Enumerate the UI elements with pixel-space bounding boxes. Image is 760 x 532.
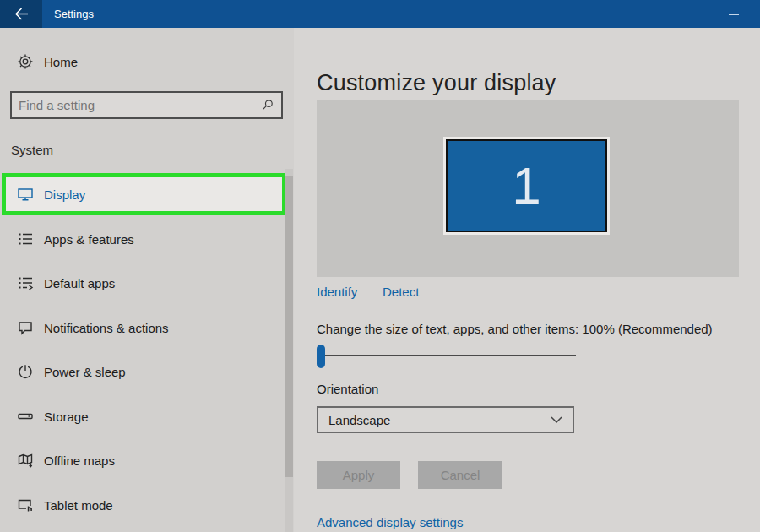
window-title: Settings xyxy=(54,0,94,28)
monitor-1-preview[interactable]: 1 xyxy=(446,139,607,232)
chat-bubble-icon xyxy=(17,319,34,336)
monitor-number: 1 xyxy=(512,160,540,212)
storage-drive-icon xyxy=(17,408,34,425)
settings-window: Settings Home xyxy=(0,0,760,532)
orientation-dropdown[interactable]: Landscape xyxy=(317,406,574,433)
titlebar: Settings xyxy=(0,0,760,28)
arrow-left-icon xyxy=(14,8,29,20)
sidebar-item-power-sleep[interactable]: Power & sleep xyxy=(0,350,285,393)
sidebar-scrollbar-thumb[interactable] xyxy=(285,176,293,477)
sidebar-item-label: Default apps xyxy=(44,276,115,290)
default-apps-icon xyxy=(17,274,34,291)
sidebar: Home System Display xyxy=(0,28,294,532)
search-icon[interactable] xyxy=(259,98,274,113)
sidebar-item-notifications[interactable]: Notifications & actions xyxy=(0,307,285,349)
sidebar-item-storage[interactable]: Storage xyxy=(0,395,285,437)
scale-slider-thumb[interactable] xyxy=(317,345,325,368)
orientation-label: Orientation xyxy=(317,382,378,396)
sidebar-item-label: Offline maps xyxy=(44,453,115,468)
sidebar-item-offline-maps[interactable]: Offline maps xyxy=(0,439,285,481)
sidebar-item-label: Power & sleep xyxy=(44,365,126,379)
power-icon xyxy=(17,363,34,380)
sidebar-item-label: Notifications & actions xyxy=(44,321,169,335)
detect-link[interactable]: Detect xyxy=(383,285,419,299)
system-section-label: System xyxy=(11,143,53,157)
orientation-selected-value: Landscape xyxy=(328,413,551,427)
advanced-display-settings-link[interactable]: Advanced display settings xyxy=(317,515,463,529)
chevron-down-icon xyxy=(551,416,562,423)
sidebar-item-label: Storage xyxy=(44,410,89,424)
scale-slider-track[interactable] xyxy=(317,355,576,356)
identify-link[interactable]: Identify xyxy=(317,285,357,299)
display-preview-area: 1 xyxy=(317,100,739,277)
monitor-icon xyxy=(17,186,34,203)
map-icon xyxy=(17,452,34,469)
sidebar-item-tablet-mode[interactable]: Tablet mode xyxy=(0,484,285,526)
tablet-touch-icon xyxy=(17,497,34,513)
back-button[interactable] xyxy=(0,0,42,28)
sidebar-item-label: Tablet mode xyxy=(44,498,113,513)
gear-icon xyxy=(17,53,34,70)
apps-list-icon xyxy=(17,231,34,247)
sidebar-home-label: Home xyxy=(44,55,78,69)
sidebar-item-apps-features[interactable]: Apps & features xyxy=(0,218,285,260)
sidebar-item-label: Apps & features xyxy=(44,232,134,247)
page-title: Customize your display xyxy=(317,70,556,96)
sidebar-item-label: Display xyxy=(44,187,85,202)
minimize-button[interactable] xyxy=(714,0,753,28)
apply-button[interactable]: Apply xyxy=(317,461,400,489)
sidebar-item-default-apps[interactable]: Default apps xyxy=(0,262,285,304)
sidebar-item-home[interactable]: Home xyxy=(0,46,294,77)
cancel-button[interactable]: Cancel xyxy=(418,461,502,489)
search-box[interactable] xyxy=(10,91,283,119)
minimize-dash-icon xyxy=(729,14,739,15)
search-input[interactable] xyxy=(12,98,259,112)
scale-description: Change the size of text, apps, and other… xyxy=(317,322,713,336)
sidebar-item-display[interactable]: Display xyxy=(2,173,286,215)
main-content: Customize your display 1 Identify Detect… xyxy=(294,28,760,532)
